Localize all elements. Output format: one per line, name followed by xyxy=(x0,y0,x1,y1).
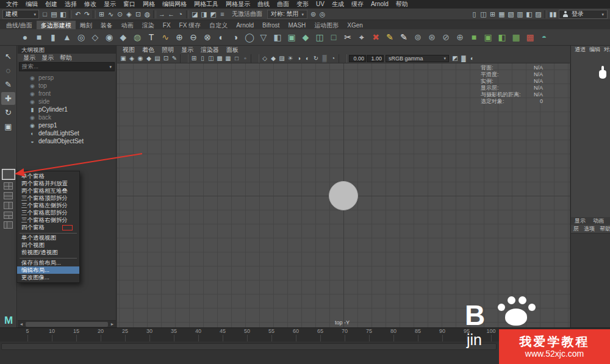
material-assign-icon[interactable]: ◓ xyxy=(537,30,551,45)
layout-menu-item[interactable]: 单个窗格 xyxy=(17,173,79,180)
make-live-icon[interactable]: ◍ xyxy=(143,10,152,19)
shelf-tab[interactable]: 多边形建模 xyxy=(37,21,76,29)
scroll-left-icon[interactable]: ◄ xyxy=(18,322,25,326)
shelf-tab[interactable]: Bifrost xyxy=(258,21,284,29)
outliner-item[interactable]: ◉ persp xyxy=(18,74,116,82)
single-pane-layout-icon[interactable]: ▯ xyxy=(470,10,479,19)
create-polygon-icon[interactable]: ✎ xyxy=(397,30,411,45)
frame-tick[interactable]: 75 xyxy=(357,328,381,341)
two-panes-side-icon[interactable]: ◫ xyxy=(479,10,488,19)
frame-tick[interactable]: 45 xyxy=(210,328,235,341)
open-render-view-icon[interactable]: ◪ xyxy=(190,10,199,19)
outliner-item[interactable]: ◉ back xyxy=(18,113,116,121)
bookmarks-icon[interactable]: ◆ xyxy=(145,54,153,63)
shelf-tab[interactable]: 渲染 xyxy=(138,21,159,29)
open-scene-icon[interactable]: ▤ xyxy=(49,10,59,19)
outliner-menu-item[interactable]: 帮助 xyxy=(57,54,75,62)
channel-box-menu-item[interactable]: 编辑 xyxy=(587,46,602,54)
combine-icon[interactable]: ⊕ xyxy=(173,30,186,45)
outliner-item[interactable]: ◉ persp1 xyxy=(18,121,116,129)
frame-tick[interactable]: 60 xyxy=(284,328,308,341)
bridge-icon[interactable]: ◫ xyxy=(313,30,326,45)
shaded-icon[interactable]: ◆ xyxy=(269,54,278,63)
uv-editor-icon[interactable]: ▧ xyxy=(506,10,515,19)
outliner-item[interactable]: ◒ defaultObjectSet xyxy=(18,137,116,145)
four-panes-icon[interactable]: ⊞ xyxy=(488,10,497,19)
undo-icon[interactable]: ↶ xyxy=(73,10,82,19)
frame-tick[interactable]: 65 xyxy=(308,328,332,341)
layout-menu-item[interactable]: 三个窗格右侧拆分 xyxy=(17,216,79,224)
menubar-item[interactable]: 生成 xyxy=(328,0,348,9)
frame-tick[interactable]: 15 xyxy=(64,328,88,341)
frame-tick[interactable]: 90 xyxy=(430,328,454,341)
layer-editor-menu-item[interactable]: 层 xyxy=(571,225,581,233)
boolean-union-icon[interactable]: ◐ xyxy=(215,30,228,45)
menubar-item[interactable]: 曲面 xyxy=(273,0,293,9)
scrollbar-thumb[interactable] xyxy=(26,322,108,327)
pcylinder-object[interactable] xyxy=(329,181,358,210)
two-panes-side-layout-button[interactable] xyxy=(4,202,13,209)
shelf-tab[interactable]: 雕刻 xyxy=(76,21,96,29)
target-weld-icon[interactable]: ⌖ xyxy=(355,30,368,45)
outliner-item[interactable]: ◉ side xyxy=(18,98,116,105)
frame-tick[interactable]: 25 xyxy=(113,328,137,341)
menubar-item[interactable]: 编辑 xyxy=(22,0,41,9)
frame-tick[interactable]: 35 xyxy=(162,328,186,341)
depth-of-field-icon[interactable]: ◔ xyxy=(329,54,337,63)
menubar-item[interactable]: UV xyxy=(312,0,328,9)
shelf-tab[interactable]: 动画 xyxy=(117,21,138,29)
layout-menu-item[interactable]: 三个窗格左侧拆分 xyxy=(17,202,79,209)
sign-in-dropdown[interactable]: 登录 ▾ xyxy=(559,10,608,19)
shelf-tab[interactable]: 装备 xyxy=(96,21,117,29)
lasso-select-tool[interactable]: ◌ xyxy=(1,64,15,77)
menubar-item[interactable]: 文件 xyxy=(2,0,22,9)
menubar-item[interactable]: 网格显示 xyxy=(222,0,254,9)
save-scene-icon[interactable]: ◧ xyxy=(59,10,68,19)
view-transform-dropdown[interactable]: sRGB gamma ▾ xyxy=(386,55,449,62)
frame-tick[interactable]: 20 xyxy=(88,328,113,341)
menubar-item[interactable]: 曲线 xyxy=(254,0,273,9)
input-connections-icon[interactable]: → xyxy=(157,10,167,19)
outliner-item[interactable]: ◉ front xyxy=(18,90,116,98)
frame-tick[interactable]: 55 xyxy=(259,328,284,341)
scale-tool[interactable]: ▣ xyxy=(1,120,15,133)
menubar-item[interactable]: 修改 xyxy=(81,0,100,9)
layout-menu-item[interactable]: 单个透视视图 xyxy=(17,234,79,241)
exposure-icon[interactable]: ◐ xyxy=(468,54,476,63)
menubar-item[interactable]: 帮助 xyxy=(392,0,412,9)
lock-camera-icon[interactable]: ◈ xyxy=(127,54,136,63)
layout-menu-item[interactable]: 编辑布局... xyxy=(17,266,79,274)
outliner-persp-layout-button[interactable] xyxy=(4,221,13,229)
layer-editor-menu-item[interactable]: 帮助 xyxy=(597,225,610,233)
render-settings-icon[interactable]: ≡ xyxy=(218,10,227,19)
snap-to-point-icon[interactable]: ⊙ xyxy=(115,10,124,19)
outliner-item[interactable]: ▮ pCylinder1 xyxy=(18,105,116,113)
separate-icon[interactable]: ⊖ xyxy=(187,30,200,45)
shelf-tab[interactable]: 自定义 xyxy=(205,21,232,29)
viewport-menu-item[interactable]: 着色 xyxy=(138,46,158,54)
four-view-layout-button[interactable] xyxy=(4,182,13,190)
x-ray-icon[interactable]: ▓ xyxy=(459,54,468,63)
reduce-icon[interactable]: ▽ xyxy=(257,30,270,45)
viewport-menu-item[interactable]: 面板 xyxy=(223,46,242,54)
grab-sculpt-icon[interactable]: ⊕ xyxy=(453,30,467,45)
polygon-cone-icon[interactable]: ▲ xyxy=(60,30,74,45)
frame-tick[interactable]: 40 xyxy=(186,328,210,341)
menubar-item[interactable]: 编辑网格 xyxy=(159,0,190,9)
shelf-tab[interactable]: FX 缓存 xyxy=(175,21,206,29)
shelf-tab[interactable]: MASH xyxy=(284,21,310,29)
move-tool[interactable]: ✚ xyxy=(1,92,15,105)
shelf-tab[interactable]: Arnold xyxy=(232,21,258,29)
node-editor-icon[interactable]: ▥ xyxy=(515,10,525,19)
select-camera-icon[interactable]: ▣ xyxy=(119,54,127,63)
sculpt-tool-icon[interactable]: ⊚ xyxy=(411,30,425,45)
layer-list[interactable] xyxy=(571,233,610,327)
textured-icon[interactable]: ▨ xyxy=(278,54,286,63)
channel-box-menu-item[interactable]: 对象 xyxy=(602,46,610,54)
relax-sculpt-icon[interactable]: ⊘ xyxy=(439,30,453,45)
shelf-tab[interactable]: XGen xyxy=(343,21,367,29)
polygon-disc-icon[interactable]: ◉ xyxy=(102,30,116,45)
ipr-render-icon[interactable]: ◩ xyxy=(209,10,218,19)
snap-together-icon[interactable]: ⊚ xyxy=(309,10,318,19)
polygon-plane-icon[interactable]: ◇ xyxy=(88,30,102,45)
